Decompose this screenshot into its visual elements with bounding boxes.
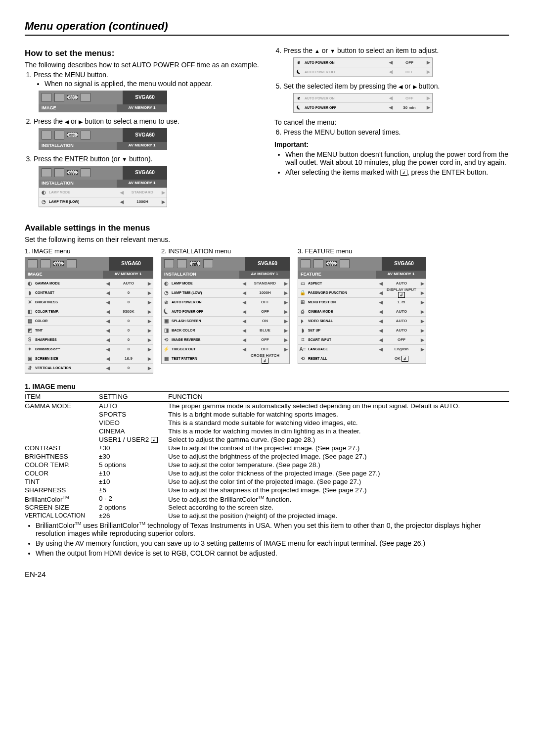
important-label: Important: <box>274 140 509 149</box>
left-arrow-icon: ◀ <box>65 119 69 125</box>
osd-image-header: opt. SVGA60 IMAGEAV MEMORY 1 <box>39 91 167 112</box>
note-3: When the output from HDMI device is set … <box>36 549 509 557</box>
notes-list: BrilliantColorTM uses BrilliantColorTM t… <box>25 521 509 557</box>
enter-icon: ↲ <box>400 170 407 176</box>
image-menu-table: ITEM SETTING FUNCTION GAMMA MODEAUTOThe … <box>25 391 509 520</box>
cap-installation: 2. INSTALLATION menu <box>161 247 290 255</box>
osd-installation-expanded: opt. SVGA60 INSTALLATIONAV MEMORY 1 ◐LAM… <box>39 166 167 207</box>
page-number: EN-24 <box>25 570 509 578</box>
cap-feature: 3. FEATURE menu <box>298 247 426 255</box>
osd-installation-header: opt. SVGA60 INSTALLATIONAV MEMORY 1 <box>39 128 167 150</box>
up-arrow-icon: ▲ <box>314 48 320 54</box>
step-3: Press the ENTER button (or ▼ button). op… <box>34 155 260 207</box>
available-heading: Available settings in the menus <box>25 223 509 233</box>
note-2: By using the AV memory function, you can… <box>36 539 509 547</box>
page-title: Menu operation (continued) <box>25 20 509 36</box>
step-2: Press the ◀ or ▶ button to select a menu… <box>34 117 260 150</box>
how-intro: The following describes how to set AUTO … <box>25 60 260 70</box>
available-sub: Set the following items on their relevan… <box>25 235 509 244</box>
osd-autopower-2: ⎚AUTO POWER ON◀OFF▶ ⏾AUTO POWER OFF◀30 m… <box>293 93 433 113</box>
cancel-label: To cancel the menu: <box>274 118 509 127</box>
cap-image: 1. IMAGE menu <box>25 247 153 255</box>
osd-feature-full: opt.SVGA60 FEATUREAV MEMORY 1 ▭ASPECT◀AU… <box>298 257 426 364</box>
image-menu-title: 1. IMAGE menu <box>25 382 509 390</box>
step-5: Set the selected item by pressing the ◀ … <box>283 82 509 113</box>
note-1: BrilliantColorTM uses BrilliantColorTM t… <box>36 521 509 537</box>
osd-autopower-1: ⎚AUTO POWER ON◀OFF▶ ⏾AUTO POWER OFF◀OFF▶ <box>293 57 433 77</box>
osd-installation-full: opt.SVGA60 INSTALLATIONAV MEMORY 1 ◐LAMP… <box>161 257 290 364</box>
important-2: After selecting the items marked with ↲,… <box>285 168 509 176</box>
step-1-bullet: When no signal is applied, the menu woul… <box>44 80 260 88</box>
right-arrow-icon: ▶ <box>413 84 417 90</box>
down-arrow-icon: ▼ <box>122 156 127 162</box>
step-1: Press the MENU button. When no signal is… <box>34 71 260 112</box>
step-6: Press the MENU button several times. <box>283 128 509 136</box>
how-heading: How to set the menus: <box>25 48 260 58</box>
down-arrow-icon: ▼ <box>330 48 335 54</box>
important-1: When the MENU button doesn't function, u… <box>285 150 509 166</box>
step-4: Press the ▲ or ▼ button to select an ite… <box>283 47 509 77</box>
osd-image-full: opt.SVGA60 IMAGEAV MEMORY 1 ◐GAMMA MODE◀… <box>25 257 153 374</box>
